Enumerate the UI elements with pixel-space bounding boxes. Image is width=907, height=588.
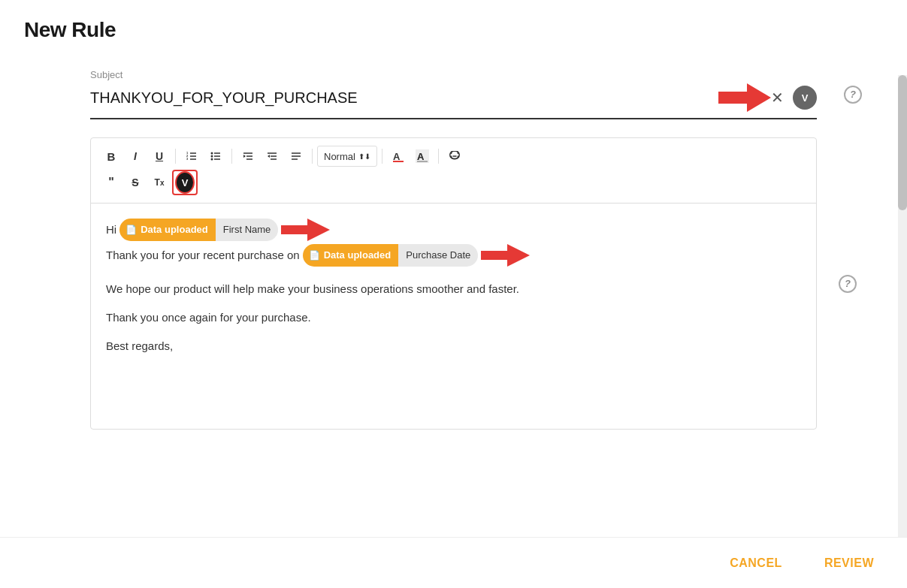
chip1-arrow-annotation <box>281 219 330 241</box>
line2-prefix: Thank you for your recent purchase on <box>106 246 300 265</box>
line1-prefix: Hi <box>106 220 116 240</box>
page-header: New Rule <box>0 0 907 54</box>
svg-rect-25 <box>393 161 404 162</box>
chip1-wrapper[interactable]: 📄 Data uploaded First Name <box>119 219 278 241</box>
toolbar-sep-3 <box>312 149 313 164</box>
svg-point-11 <box>211 155 213 158</box>
avatar[interactable]: V <box>793 86 817 110</box>
subject-actions: ✕ V <box>771 86 817 110</box>
main-content: Subject THANKYOU_FOR_YOUR_PURCHASE ✕ V ? <box>0 54 907 588</box>
chip2-label: Data uploaded <box>324 247 392 264</box>
toolbar-sep-1 <box>175 149 176 164</box>
toolbar-sep-2 <box>231 149 232 164</box>
review-button[interactable]: REVIEW <box>815 550 883 576</box>
toolbar-sep-5 <box>438 149 439 164</box>
chip1-orange[interactable]: 📄 Data uploaded <box>119 219 216 241</box>
unordered-list-icon <box>210 150 222 162</box>
quote-button[interactable]: " <box>100 172 122 193</box>
editor-toolbar: B I U 1 2 3 <box>91 138 816 204</box>
font-size-label: Normal <box>324 151 355 162</box>
chip1-sublabel[interactable]: First Name <box>216 219 279 241</box>
svg-rect-29 <box>417 161 428 162</box>
chip1-icon: 📄 <box>125 222 137 237</box>
toolbar-row-2: " S Tx V <box>100 170 807 195</box>
subject-clear-button[interactable]: ✕ <box>771 90 784 105</box>
svg-marker-16 <box>243 155 246 158</box>
indent-increase-button[interactable] <box>261 146 283 167</box>
chip2-wrapper[interactable]: 📄 Data uploaded Purchase Date <box>303 244 479 267</box>
svg-marker-31 <box>481 244 530 267</box>
footer: CANCEL REVIEW <box>0 537 907 588</box>
unordered-list-button[interactable] <box>204 146 227 167</box>
svg-text:3: 3 <box>186 157 189 161</box>
toolbar-sep-4 <box>382 149 382 164</box>
font-size-selector[interactable]: Normal ⬆⬇ <box>317 146 377 167</box>
clear-format-button[interactable]: Tx <box>148 172 171 193</box>
svg-text:A: A <box>417 151 425 162</box>
editor-paragraph-3: Best regards, <box>106 337 801 355</box>
editor-help-icon[interactable]: ? <box>839 275 857 293</box>
align-icon <box>290 150 302 162</box>
subject-row: THANKYOU_FOR_YOUR_PURCHASE ✕ V <box>90 83 817 119</box>
align-button[interactable] <box>285 146 307 167</box>
strikethrough-button[interactable]: S <box>124 172 147 193</box>
v-icon: V <box>175 171 195 194</box>
vonage-icon-button[interactable]: V <box>172 170 198 195</box>
underline-button[interactable]: U <box>148 146 171 167</box>
subject-value: THANKYOU_FOR_YOUR_PURCHASE <box>90 89 718 107</box>
chip2-sublabel[interactable]: Purchase Date <box>398 244 478 267</box>
subject-section: Subject THANKYOU_FOR_YOUR_PURCHASE ✕ V ? <box>90 69 817 119</box>
indent-decrease-icon <box>242 150 254 162</box>
bold-button[interactable]: B <box>100 146 122 167</box>
chip2-icon: 📄 <box>309 248 320 263</box>
indent-increase-icon <box>266 150 278 162</box>
editor-paragraph-1: We hope our product will help make your … <box>106 280 801 298</box>
indent-decrease-button[interactable] <box>237 146 259 167</box>
v-icon-label: V <box>182 177 189 188</box>
svg-marker-20 <box>268 155 270 158</box>
editor-line-1: Hi 📄 Data uploaded First Name <box>106 219 801 241</box>
ordered-list-button[interactable]: 1 2 3 <box>180 146 203 167</box>
cancel-button[interactable]: CANCEL <box>721 550 791 576</box>
svg-point-12 <box>211 158 213 161</box>
toolbar-row-1: B I U 1 2 3 <box>100 146 807 167</box>
font-color-button[interactable]: A <box>387 146 410 167</box>
font-color-icon: A <box>392 149 405 163</box>
subject-arrow-annotation <box>718 83 771 112</box>
font-size-chevron: ⬆⬇ <box>358 152 370 161</box>
page-container: New Rule Subject THANKYOU_FOR_YOUR_PURCH… <box>0 0 907 588</box>
svg-marker-30 <box>281 219 330 241</box>
editor-body[interactable]: Hi 📄 Data uploaded First Name <box>91 204 816 429</box>
page-title: New Rule <box>24 18 883 42</box>
editor-paragraph-2: Thank you once again for your purchase. <box>106 309 801 327</box>
chip2-orange[interactable]: 📄 Data uploaded <box>303 244 399 267</box>
svg-text:A: A <box>393 151 401 162</box>
font-highlight-icon: A A <box>416 149 429 163</box>
svg-marker-0 <box>718 83 771 112</box>
editor-container: B I U 1 2 3 <box>90 137 817 430</box>
editor-line-2: Thank you for your recent purchase on 📄 … <box>106 244 801 267</box>
subject-label: Subject <box>90 69 817 80</box>
italic-button[interactable]: I <box>124 146 147 167</box>
subject-help-icon[interactable]: ? <box>844 86 862 104</box>
link-icon <box>448 151 461 161</box>
font-highlight-button[interactable]: A A <box>411 146 434 167</box>
chip2-arrow-annotation <box>481 244 530 267</box>
scrollbar-thumb[interactable] <box>898 75 907 210</box>
svg-point-10 <box>211 152 213 155</box>
link-button[interactable] <box>443 146 466 167</box>
chip1-label: Data uploaded <box>141 222 208 238</box>
ordered-list-icon: 1 2 3 <box>186 150 198 162</box>
